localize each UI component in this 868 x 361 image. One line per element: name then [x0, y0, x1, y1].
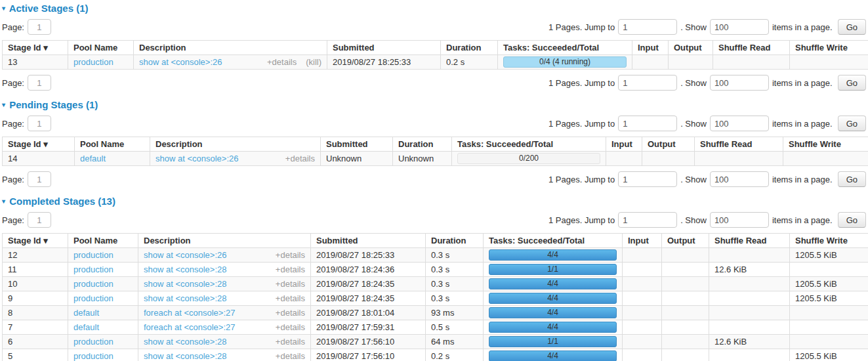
details-toggle[interactable]: +details — [276, 293, 305, 303]
description-cell: show at <console>:28+details — [138, 277, 311, 291]
page-number-input[interactable] — [28, 116, 51, 131]
column-header-tasks-succeeded-total[interactable]: Tasks: Succeeded/Total — [484, 234, 623, 248]
pool-name-link[interactable]: production — [73, 293, 114, 303]
items-per-page-input[interactable] — [710, 212, 769, 228]
stage-description-link[interactable]: show at <console>:28 — [144, 279, 226, 289]
details-toggle[interactable]: +details — [276, 265, 305, 274]
column-header-input[interactable]: Input — [606, 137, 642, 152]
column-header-shuffle-write[interactable]: Shuffle Write — [790, 234, 868, 248]
stage-description-link[interactable]: show at <console>:28 — [144, 265, 226, 274]
column-header-tasks-succeeded-total[interactable]: Tasks: Succeeded/Total — [498, 41, 632, 55]
jump-to-page-input[interactable] — [618, 19, 677, 35]
column-header-description[interactable]: Description — [138, 234, 311, 248]
column-header-output[interactable]: Output — [662, 234, 709, 248]
column-header-submitted[interactable]: Submitted — [311, 234, 426, 248]
column-header-stage-id[interactable]: Stage Id ▾ — [3, 137, 75, 152]
stage-id-cell: 8 — [3, 306, 68, 320]
duration-cell: 0.2 s — [426, 349, 484, 361]
column-header-shuffle-write[interactable]: Shuffle Write — [790, 41, 868, 55]
submitted-cell: 2019/08/27 18:24:36 — [311, 263, 426, 277]
jump-to-page-input[interactable] — [618, 171, 677, 187]
jump-to-page-input[interactable] — [618, 212, 677, 228]
details-toggle[interactable]: +details — [285, 154, 315, 163]
pager-left: Page: — [2, 212, 51, 228]
page-number-input[interactable] — [28, 19, 51, 35]
stage-description-link[interactable]: show at <console>:28 — [144, 337, 226, 347]
column-header-duration[interactable]: Duration — [441, 41, 498, 55]
column-header-output[interactable]: Output — [642, 137, 695, 152]
column-header-pool-name[interactable]: Pool Name — [68, 41, 134, 55]
submitted-cell: 2019/08/27 17:56:10 — [311, 335, 426, 349]
column-header-shuffle-read[interactable]: Shuffle Read — [713, 41, 790, 55]
pool-name-link[interactable]: default — [73, 308, 99, 318]
items-per-page-input[interactable] — [710, 116, 769, 131]
column-header-pool-name[interactable]: Pool Name — [68, 234, 138, 248]
stage-description-link[interactable]: show at <console>:26 — [144, 250, 226, 260]
column-header-input[interactable]: Input — [632, 41, 669, 55]
section-title: Pending Stages (1) — [9, 99, 98, 110]
column-header-description[interactable]: Description — [150, 137, 321, 152]
page-number-input[interactable] — [28, 75, 51, 91]
completed-stages-heading[interactable]: ▾ Completed Stages (13) — [2, 196, 866, 207]
column-header-duration[interactable]: Duration — [426, 234, 484, 248]
pool-name-link[interactable]: production — [73, 265, 114, 274]
pool-name-link[interactable]: production — [73, 279, 114, 289]
pager-right: 1 Pages. Jump to. Showitems in a page.Go — [548, 19, 866, 35]
page-number-input[interactable] — [28, 171, 51, 187]
pager-left: Page: — [2, 19, 51, 35]
pool-name-link[interactable]: production — [73, 351, 114, 361]
details-toggle[interactable]: +details — [267, 57, 297, 67]
go-button[interactable]: Go — [838, 116, 866, 131]
items-per-page-input[interactable] — [710, 75, 769, 91]
details-toggle[interactable]: +details — [276, 308, 305, 318]
pool-name-link[interactable]: production — [73, 57, 114, 67]
column-header-input[interactable]: Input — [623, 234, 662, 248]
tasks-progress-bar: 4/4 — [489, 278, 617, 289]
column-header-stage-id[interactable]: Stage Id ▾ — [3, 234, 68, 248]
table-row: 13productionshow at <console>:26+details… — [3, 55, 868, 70]
column-header-duration[interactable]: Duration — [393, 137, 452, 152]
column-header-shuffle-read[interactable]: Shuffle Read — [709, 234, 790, 248]
column-header-shuffle-read[interactable]: Shuffle Read — [695, 137, 783, 152]
items-per-page-input[interactable] — [710, 171, 769, 187]
page-number-input[interactable] — [28, 212, 51, 228]
column-header-submitted[interactable]: Submitted — [321, 137, 393, 152]
column-header-stage-id[interactable]: Stage Id ▾ — [3, 41, 68, 55]
pool-name-link[interactable]: default — [80, 154, 106, 163]
shuffle-read-cell — [709, 248, 790, 263]
pool-name-link[interactable]: production — [73, 337, 114, 347]
details-toggle[interactable]: +details — [276, 250, 305, 260]
column-header-tasks-succeeded-total[interactable]: Tasks: Succeeded/Total — [452, 137, 606, 152]
details-toggle[interactable]: +details — [276, 279, 305, 289]
pool-name-link[interactable]: production — [73, 250, 114, 260]
go-button[interactable]: Go — [838, 19, 866, 35]
stage-description-link[interactable]: show at <console>:26 — [155, 154, 238, 163]
input-cell — [623, 291, 662, 306]
go-button[interactable]: Go — [838, 75, 866, 91]
go-button[interactable]: Go — [838, 212, 866, 228]
jump-to-page-input[interactable] — [618, 116, 677, 131]
column-header-submitted[interactable]: Submitted — [327, 41, 441, 55]
jump-to-page-input[interactable] — [618, 75, 677, 91]
tasks-progress-cell: 4/4 — [484, 291, 623, 306]
kill-link[interactable]: (kill) — [306, 57, 321, 67]
column-header-output[interactable]: Output — [669, 41, 713, 55]
pool-name-link[interactable]: default — [73, 322, 99, 332]
stage-description-link[interactable]: show at <console>:26 — [139, 57, 222, 67]
column-header-description[interactable]: Description — [134, 41, 327, 55]
active-stages-heading[interactable]: ▾ Active Stages (1) — [2, 3, 866, 14]
details-toggle[interactable]: +details — [276, 351, 305, 361]
pending-stages-heading[interactable]: ▾ Pending Stages (1) — [2, 99, 866, 110]
column-header-shuffle-write[interactable]: Shuffle Write — [783, 137, 868, 152]
collapse-arrow-icon: ▾ — [2, 198, 5, 205]
stage-description-link[interactable]: foreach at <console>:27 — [144, 322, 236, 332]
column-header-pool-name[interactable]: Pool Name — [75, 137, 150, 152]
table-row: 5productionshow at <console>:28+details2… — [3, 349, 868, 361]
go-button[interactable]: Go — [838, 171, 866, 187]
details-toggle[interactable]: +details — [276, 322, 305, 332]
stage-description-link[interactable]: show at <console>:28 — [144, 351, 226, 361]
stage-description-link[interactable]: foreach at <console>:27 — [144, 308, 236, 318]
details-toggle[interactable]: +details — [276, 337, 305, 347]
stage-description-link[interactable]: show at <console>:28 — [144, 293, 226, 303]
items-per-page-input[interactable] — [710, 19, 769, 35]
